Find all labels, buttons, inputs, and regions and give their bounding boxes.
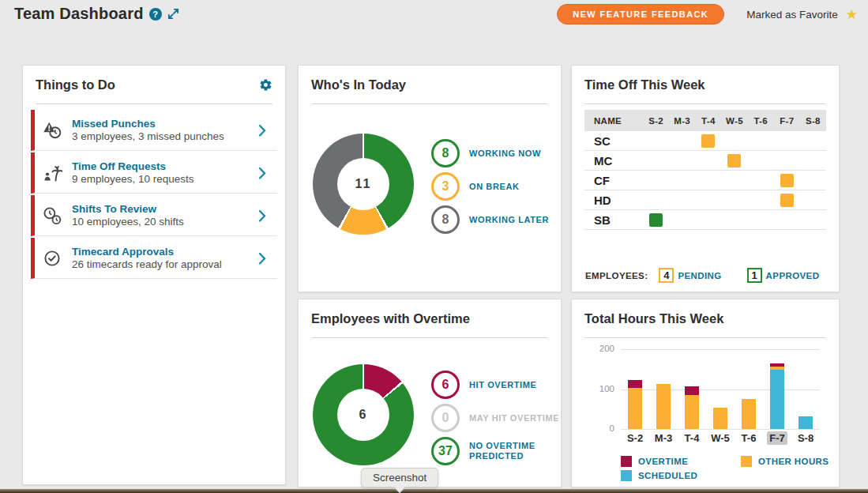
bar-S-8 bbox=[798, 416, 813, 429]
bar-segment bbox=[685, 386, 699, 395]
bar-chart-legend: OVERTIME OTHER HOURS SCHEDULED bbox=[621, 456, 829, 481]
time-off-legend: EMPLOYEES: 4 PENDING 1 APPROVED bbox=[585, 268, 844, 283]
legend-may-hit-overtime: 0 MAY HIT OVERTIME bbox=[431, 404, 561, 432]
whos-in-donut-chart: 11 bbox=[313, 134, 414, 235]
pending-label: PENDING bbox=[678, 271, 721, 280]
pending-time-off-mark bbox=[780, 194, 794, 207]
screenshot-tooltip: Screenshot bbox=[361, 468, 438, 487]
count-badge: 8 bbox=[431, 139, 460, 167]
employee-initials: SB bbox=[584, 213, 643, 227]
x-category-label: T-4 bbox=[678, 432, 706, 444]
timecard-approvals-icon bbox=[42, 249, 62, 268]
column-header: S-2 bbox=[643, 116, 669, 126]
day-cell bbox=[774, 174, 800, 187]
page-header: Team Dashboard ? bbox=[14, 5, 179, 23]
todo-item-missed-punches[interactable]: Missed Punches 3 employees, 3 missed pun… bbox=[31, 110, 277, 151]
todo-item-time-off-requests[interactable]: Time Off Requests 9 employees, 10 reques… bbox=[31, 152, 277, 194]
favorite-star-icon[interactable]: ★ bbox=[846, 8, 858, 21]
help-icon[interactable]: ? bbox=[149, 8, 162, 21]
new-feature-feedback-button[interactable]: NEW FEATURE FEEDBACK bbox=[557, 4, 724, 24]
expand-icon[interactable] bbox=[167, 8, 179, 20]
day-cell bbox=[695, 134, 721, 148]
time-off-this-week-card: Time Off This Week NAMES-2M-3T-4W-5T-6F-… bbox=[571, 65, 840, 292]
page-title: Team Dashboard bbox=[14, 5, 144, 23]
donut-center-value: 6 bbox=[359, 408, 368, 422]
x-category-label: M-3 bbox=[649, 432, 678, 444]
whos-in-today-title: Who's In Today bbox=[311, 77, 406, 92]
total-hours-title: Total Hours This Week bbox=[584, 311, 723, 326]
bar-S-2 bbox=[628, 380, 642, 429]
gear-icon[interactable] bbox=[259, 78, 272, 92]
window-bottom-edge bbox=[0, 489, 868, 493]
column-header: T-6 bbox=[748, 116, 774, 126]
whos-in-today-card: Who's In Today 11 8 WORKING NOW 3 ON BRE… bbox=[298, 65, 562, 292]
legend-on-break: 3 ON BREAK bbox=[431, 172, 549, 201]
x-category-label: S-8 bbox=[791, 432, 820, 444]
chevron-right-icon bbox=[255, 164, 269, 182]
column-header: M-3 bbox=[669, 116, 695, 126]
overtime-swatch bbox=[621, 456, 632, 467]
legend-hit-overtime: 6 HIT OVERTIME bbox=[431, 371, 561, 399]
approved-time-off-mark bbox=[649, 213, 663, 227]
legend-working-later: 8 WORKING LATER bbox=[431, 205, 549, 234]
x-category-label: T-6 bbox=[735, 432, 763, 444]
column-header: S-8 bbox=[800, 116, 826, 126]
things-to-do-title: Things to Do bbox=[36, 77, 115, 92]
todo-item-text: Shifts To Review 10 employees, 20 shifts bbox=[72, 202, 255, 228]
bar-segment bbox=[628, 388, 642, 429]
time-off-requests-icon bbox=[42, 164, 62, 183]
column-header: NAME bbox=[584, 116, 643, 126]
count-badge: 6 bbox=[431, 371, 460, 399]
column-header: W-5 bbox=[721, 116, 747, 126]
employees-with-overtime-card: Employees with Overtime 6 6 HIT OVERTIME… bbox=[298, 299, 562, 487]
chevron-right-icon bbox=[255, 250, 269, 267]
legend-working-now: 8 WORKING NOW bbox=[431, 139, 549, 167]
bar-segment bbox=[656, 384, 671, 429]
time-off-row: MC bbox=[584, 151, 826, 171]
total-hours-this-week-card: Total Hours This Week 0100200 S-2M-3T-4W… bbox=[571, 299, 840, 487]
legend-overtime: OVERTIME bbox=[621, 456, 741, 467]
time-off-row: HD bbox=[584, 190, 826, 210]
time-off-row: CF bbox=[584, 171, 826, 190]
pending-count-badge: 4 bbox=[659, 268, 674, 283]
bar-F-7 bbox=[770, 363, 784, 429]
pending-time-off-mark bbox=[701, 134, 715, 148]
todo-item-text: Missed Punches 3 employees, 3 missed pun… bbox=[72, 117, 255, 143]
x-category-label: F-7 bbox=[763, 432, 791, 444]
overtime-title: Employees with Overtime bbox=[311, 311, 470, 326]
todo-item-text: Time Off Requests 9 employees, 10 reques… bbox=[72, 160, 255, 186]
approved-count-badge: 1 bbox=[747, 268, 762, 283]
bar-segment bbox=[742, 399, 756, 429]
employee-initials: CF bbox=[584, 174, 643, 187]
bar-segment bbox=[798, 416, 813, 429]
team-dashboard-page: Team Dashboard ? NEW FEATURE FEEDBACK Ma… bbox=[0, 0, 868, 493]
column-header: F-7 bbox=[774, 116, 800, 126]
pending-time-off-mark bbox=[727, 154, 741, 167]
bar-T-6 bbox=[742, 399, 756, 429]
favorite-label: Marked as Favorite bbox=[746, 9, 838, 21]
day-cell bbox=[643, 213, 669, 227]
y-tick-label: 100 bbox=[580, 384, 614, 393]
employee-initials: MC bbox=[584, 154, 643, 167]
column-header: T-4 bbox=[695, 116, 721, 126]
bar-segment bbox=[770, 370, 784, 429]
header-actions: NEW FEATURE FEEDBACK Marked as Favorite … bbox=[557, 4, 858, 24]
day-cell bbox=[721, 154, 747, 167]
bar-M-3 bbox=[656, 384, 671, 429]
todo-item-text: Timecard Approvals 26 timecards ready fo… bbox=[72, 245, 255, 271]
todo-item-shifts-to-review[interactable]: Shifts To Review 10 employees, 20 shifts bbox=[31, 195, 277, 236]
missed-punches-icon bbox=[42, 121, 62, 140]
todo-item-timecard-approvals[interactable]: Timecard Approvals 26 timecards ready fo… bbox=[31, 238, 277, 279]
chevron-right-icon bbox=[255, 207, 269, 224]
count-badge: 0 bbox=[431, 404, 460, 432]
x-category-label: W-5 bbox=[706, 432, 735, 444]
bar-segment bbox=[628, 380, 642, 388]
legend-scheduled: SCHEDULED bbox=[621, 470, 741, 481]
things-to-do-list: Missed Punches 3 employees, 3 missed pun… bbox=[31, 110, 277, 280]
scheduled-swatch bbox=[621, 470, 632, 481]
bar-T-4 bbox=[685, 386, 699, 429]
other-hours-swatch bbox=[741, 456, 752, 467]
time-off-row: SB bbox=[584, 210, 826, 230]
x-category-label: S-2 bbox=[621, 432, 649, 444]
bar-segment bbox=[713, 408, 727, 429]
